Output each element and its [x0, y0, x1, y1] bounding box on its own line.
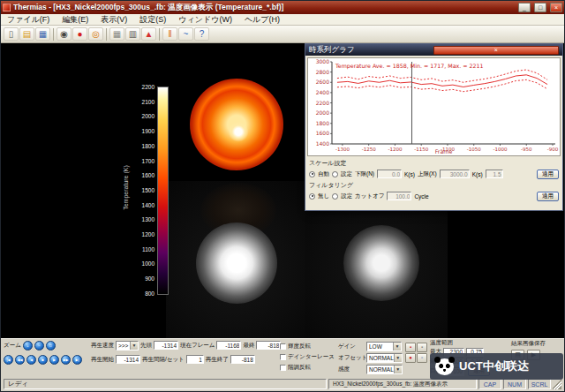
profile-line-icon[interactable]: ~ — [178, 27, 193, 41]
palette-red-button[interactable]: ▪ — [405, 343, 416, 352]
fast-rewind-button[interactable]: ◀◀ — [15, 355, 25, 365]
svg-text:2000: 2000 — [316, 109, 329, 116]
speed-dropdown[interactable]: >>>▼ — [116, 341, 139, 351]
new-file-icon[interactable]: ▯ — [4, 27, 19, 41]
sensitivity-label: 感度 — [338, 366, 365, 373]
offset-value: NORMAL — [369, 355, 394, 361]
first-frame-button[interactable]: |◀ — [4, 355, 13, 365]
sensitivity-dropdown[interactable]: NORMAL▼ — [366, 365, 403, 374]
scale-min-input[interactable] — [377, 170, 402, 178]
svg-text:2200: 2200 — [316, 100, 329, 106]
last-frame-button[interactable]: ▶| — [72, 355, 82, 365]
filter-manual-radio[interactable] — [332, 193, 338, 200]
toolbar: ▯▤▦◉●◎▦▥▲‖~? — [1, 26, 564, 43]
graph-close-button[interactable]: × — [433, 46, 560, 55]
overlay-button[interactable]: ▫ — [417, 353, 427, 363]
play-button[interactable]: ▶ — [49, 355, 59, 365]
scale-manual-radio[interactable] — [332, 171, 338, 177]
zoom-fit-button[interactable]: □ — [46, 341, 56, 351]
chevron-down-icon: ▼ — [393, 343, 401, 351]
frame-group: 再生速度 >>>▼ 先頭 現在フレーム 最終 再生開始 再生間隔/セット 再生終… — [91, 340, 281, 365]
filter-cutoff-input[interactable] — [387, 192, 411, 200]
play-interval-field[interactable] — [186, 355, 204, 364]
current-frame-field[interactable] — [216, 341, 241, 350]
table-icon[interactable]: ▥ — [125, 27, 140, 41]
timeseries-graph-window: 時系列グラフ × 1400160018002000220024002600280… — [305, 43, 563, 211]
temperature-colorbar — [157, 87, 169, 295]
window-title: Thermias - [HX3_Nickel2000fps_300us_.fb:… — [13, 3, 515, 13]
image-display-area: Temperature (K) 220021002000190018001700… — [1, 43, 564, 338]
svg-text:2600: 2600 — [316, 79, 329, 85]
filter-none-radio[interactable] — [309, 193, 315, 200]
live-view-icon[interactable]: ◎ — [88, 27, 103, 41]
close-button[interactable]: × — [550, 3, 562, 12]
help-icon[interactable]: ? — [194, 27, 209, 41]
svg-text:2800: 2800 — [316, 69, 329, 75]
range-title: 温度範囲 — [430, 339, 490, 347]
last-frame-label: 最終 — [243, 342, 254, 350]
checkbox-1[interactable] — [280, 354, 286, 360]
minimize-button[interactable]: _ — [518, 3, 531, 12]
watermark-text: UCT中创联达 — [459, 358, 529, 374]
thermometer-icon[interactable]: ‖ — [162, 27, 177, 41]
palette-gray-button[interactable]: ▪ — [417, 343, 427, 352]
svg-text:-1150: -1150 — [414, 147, 428, 152]
scale-max-unit: K(s) — [472, 171, 483, 177]
maximize-button[interactable]: □ — [534, 3, 546, 12]
checkbox-label-0: 輝度反転 — [288, 343, 311, 351]
toolbar-separator — [106, 28, 107, 41]
resize-grip[interactable] — [553, 379, 561, 389]
colorbar-tick: 1700 — [142, 158, 154, 164]
open-folder-icon[interactable]: ▤ — [19, 27, 34, 41]
capture-button[interactable]: ● — [405, 353, 416, 363]
offset-dropdown[interactable]: NORMAL▼ — [366, 353, 403, 363]
scale-max-label: 上限(X) — [418, 170, 437, 178]
gain-group: ゲイン LOW▼ オフセット NORMAL▼ 感度 NORMAL▼ — [338, 341, 403, 374]
play-start-field[interactable] — [116, 355, 140, 364]
checkbox-0[interactable] — [280, 343, 286, 350]
chevron-down-icon: ▼ — [394, 366, 402, 373]
measure-grid-icon[interactable]: ▦ — [109, 27, 124, 41]
scale-max-input[interactable] — [440, 170, 470, 178]
fast-forward-button[interactable]: ▶▶ — [61, 355, 71, 365]
display-mode-buttons: ▪▪●▫ — [405, 343, 427, 363]
filter-apply-button[interactable]: 適用 — [537, 192, 559, 201]
timeseries-chart: 140016001800200022002400260028003000-130… — [307, 57, 561, 156]
menu-item-0[interactable]: ファイル(F) — [1, 14, 56, 25]
graph-window-titlebar[interactable]: 時系列グラフ × — [305, 44, 562, 56]
menu-item-5[interactable]: ヘルプ(H) — [238, 14, 286, 25]
svg-text:-1200: -1200 — [388, 147, 402, 152]
app-icon — [3, 4, 11, 11]
menu-item-2[interactable]: 表示(V) — [94, 14, 133, 25]
svg-text:2400: 2400 — [316, 89, 329, 95]
last-frame-field[interactable] — [256, 341, 281, 350]
menu-item-1[interactable]: 編集(E) — [56, 14, 94, 25]
record-icon[interactable]: ● — [72, 27, 87, 41]
scale-step-input[interactable] — [486, 170, 503, 178]
thermal-image — [190, 79, 283, 170]
checkbox-row-2: 階調反転 — [280, 362, 335, 373]
zoom-in-button[interactable]: + — [23, 341, 33, 351]
gain-dropdown[interactable]: LOW▼ — [366, 342, 402, 351]
stop-button[interactable]: ■ — [38, 355, 48, 365]
zoom-out-button[interactable]: − — [34, 341, 44, 351]
colorbar-tick: 1800 — [142, 143, 154, 149]
camera-icon[interactable]: ◉ — [56, 27, 72, 41]
step-back-button[interactable]: ◀ — [26, 355, 36, 365]
checkbox-row-1: デインターレース — [280, 351, 335, 362]
scale-auto-radio[interactable] — [309, 171, 315, 177]
checkbox-2[interactable] — [280, 365, 286, 371]
menu-item-4[interactable]: ウィンドウ(W) — [172, 14, 238, 25]
histogram-icon[interactable]: ▲ — [141, 27, 156, 41]
current-frame-label: 現在フレーム — [180, 342, 215, 350]
first-frame-field[interactable] — [154, 341, 178, 350]
play-end-field[interactable] — [230, 355, 255, 364]
filter-manual-label: 設定 — [341, 192, 352, 200]
speed-label: 再生速度 — [91, 342, 114, 350]
filter-settings-row: 無し 設定 カットオフ Cycle 適用 — [305, 190, 562, 202]
play-interval-label: 再生間隔/セット — [142, 356, 185, 364]
menu-item-3[interactable]: 設定(S) — [133, 14, 172, 25]
scale-apply-button[interactable]: 適用 — [537, 170, 559, 179]
status-file: HX3_Nickel2000fps_300us_fb: 温度画像表示 — [328, 379, 477, 389]
save-icon[interactable]: ▦ — [35, 27, 50, 41]
